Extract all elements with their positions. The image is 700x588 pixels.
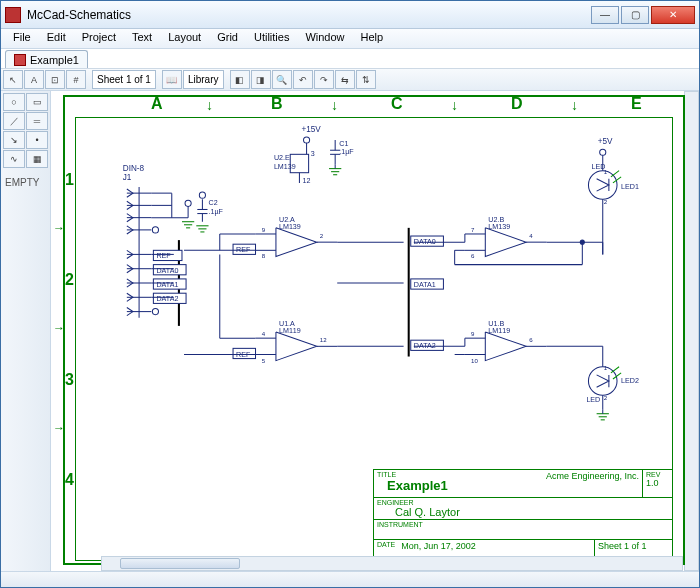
svg-text:3: 3 — [311, 150, 315, 158]
menu-layout[interactable]: Layout — [160, 29, 209, 48]
menu-project[interactable]: Project — [74, 29, 124, 48]
svg-point-72 — [199, 192, 205, 198]
svg-point-61 — [185, 200, 191, 206]
bus-tool-icon[interactable]: ═ — [26, 112, 48, 130]
engineer-value: Cal Q. Laytor — [377, 506, 669, 518]
mode2-icon[interactable]: ◨ — [251, 70, 271, 89]
grid-tool-icon[interactable]: # — [66, 70, 86, 89]
document-tab-row: Example1 — [1, 49, 699, 69]
svg-text:1: 1 — [604, 364, 608, 371]
svg-text:LED2: LED2 — [621, 377, 639, 385]
svg-text:J1: J1 — [123, 173, 132, 182]
pointer-tool-icon[interactable]: ↖ — [3, 70, 23, 89]
status-bar — [1, 571, 699, 587]
svg-point-90 — [152, 309, 158, 315]
net-tool-icon[interactable]: ↘ — [3, 131, 25, 149]
svg-text:2: 2 — [604, 198, 608, 205]
svg-text:DIN-8: DIN-8 — [123, 164, 145, 173]
svg-text:+15V: +15V — [301, 125, 321, 134]
menu-file[interactable]: File — [5, 29, 39, 48]
junction-tool-icon[interactable]: • — [26, 131, 48, 149]
rotate-left-icon[interactable]: ↶ — [293, 70, 313, 89]
svg-text:2: 2 — [604, 394, 608, 401]
side-toolbar: ○▭ ／═ ↘• ∿▦ EMPTY — [1, 91, 51, 571]
svg-text:9: 9 — [471, 330, 475, 337]
svg-text:9: 9 — [262, 226, 266, 233]
svg-text:C2: C2 — [209, 199, 218, 207]
rotate-right-icon[interactable]: ↷ — [314, 70, 334, 89]
document-tab-label: Example1 — [30, 54, 79, 66]
title-label: TITLE — [377, 471, 499, 478]
menu-edit[interactable]: Edit — [39, 29, 74, 48]
svg-text:LM139: LM139 — [274, 163, 296, 171]
title-value: Example1 — [377, 478, 499, 493]
zoom-icon[interactable]: 🔍 — [272, 70, 292, 89]
library-icon[interactable]: 📖 — [162, 70, 182, 89]
svg-text:1: 1 — [604, 168, 608, 175]
library-label[interactable]: Library — [183, 70, 224, 89]
schematic-canvas[interactable]: A ↓ B ↓ C ↓ D ↓ E 1 → 2 → 3 → 4 — [51, 91, 699, 571]
svg-text:6: 6 — [529, 336, 533, 343]
svg-text:.1µF: .1µF — [339, 148, 354, 156]
rect-tool-icon[interactable]: ▭ — [26, 93, 48, 111]
svg-text:DATA1: DATA1 — [156, 281, 178, 289]
svg-text:4: 4 — [529, 232, 533, 239]
svg-text:+5V: +5V — [598, 137, 613, 146]
line-tool-icon[interactable]: ／ — [3, 112, 25, 130]
svg-text:.1µF: .1µF — [209, 208, 224, 216]
svg-text:DATA0: DATA0 — [156, 267, 178, 275]
horizontal-scrollbar[interactable] — [101, 556, 683, 571]
svg-text:5: 5 — [262, 357, 266, 364]
workspace: ○▭ ／═ ↘• ∿▦ EMPTY A ↓ B ↓ C ↓ D ↓ E — [1, 91, 699, 571]
svg-text:LM139: LM139 — [488, 223, 510, 231]
lock-tool-icon[interactable]: ⊡ — [45, 70, 65, 89]
sheet-value: Sheet 1 of 1 — [598, 541, 647, 551]
svg-point-124 — [580, 240, 584, 244]
document-icon — [14, 54, 26, 66]
canvas-wrap: A ↓ B ↓ C ↓ D ↓ E 1 → 2 → 3 → 4 — [51, 91, 699, 571]
svg-point-76 — [152, 227, 158, 233]
svg-text:12: 12 — [320, 336, 327, 343]
minimize-button[interactable]: — — [591, 6, 619, 24]
svg-text:DATA2: DATA2 — [156, 295, 178, 303]
top-toolbar: ↖ A ⊡ # Sheet 1 of 1 📖 Library ◧ ◨ 🔍 ↶ ↷… — [1, 69, 699, 91]
svg-text:DATA1: DATA1 — [414, 281, 436, 289]
wave-tool-icon[interactable]: ∿ — [3, 150, 25, 168]
sheet-indicator[interactable]: Sheet 1 of 1 — [92, 70, 156, 89]
rev-label: REV — [646, 471, 669, 478]
menu-help[interactable]: Help — [353, 29, 392, 48]
flip-v-icon[interactable]: ⇅ — [356, 70, 376, 89]
svg-text:LM139: LM139 — [279, 223, 301, 231]
svg-text:7: 7 — [471, 226, 475, 233]
company-name: Acme Engineering, Inc. — [546, 471, 639, 481]
flip-h-icon[interactable]: ⇆ — [335, 70, 355, 89]
window-title: McCad-Schematics — [27, 8, 589, 22]
svg-text:LED: LED — [586, 396, 600, 404]
menu-window[interactable]: Window — [297, 29, 352, 48]
svg-text:12: 12 — [302, 177, 310, 185]
menu-utilities[interactable]: Utilities — [246, 29, 297, 48]
maximize-button[interactable]: ▢ — [621, 6, 649, 24]
svg-text:2: 2 — [320, 232, 324, 239]
document-tab[interactable]: Example1 — [5, 50, 88, 68]
text-tool-icon[interactable]: A — [24, 70, 44, 89]
engineer-label: ENGINEER — [377, 499, 669, 506]
svg-text:U2.E: U2.E — [274, 154, 290, 162]
svg-text:REF: REF — [156, 252, 171, 260]
svg-text:LED1: LED1 — [621, 183, 639, 191]
horizontal-scrollbar-thumb[interactable] — [120, 558, 240, 569]
menu-grid[interactable]: Grid — [209, 29, 246, 48]
mode1-icon[interactable]: ◧ — [230, 70, 250, 89]
titlebar[interactable]: McCad-Schematics — ▢ ✕ — [1, 1, 699, 29]
menu-text[interactable]: Text — [124, 29, 160, 48]
circle-tool-icon[interactable]: ○ — [3, 93, 25, 111]
instrument-label: INSTRUMENT — [377, 521, 669, 528]
svg-text:4: 4 — [262, 330, 266, 337]
app-window: McCad-Schematics — ▢ ✕ File Edit Project… — [0, 0, 700, 588]
block-tool-icon[interactable]: ▦ — [26, 150, 48, 168]
svg-text:LM119: LM119 — [488, 327, 510, 335]
close-button[interactable]: ✕ — [651, 6, 695, 24]
title-block: TITLE Example1 Acme Engineering, Inc. RE… — [373, 469, 673, 561]
rev-value: 1.0 — [646, 478, 669, 488]
svg-text:6: 6 — [471, 252, 475, 259]
